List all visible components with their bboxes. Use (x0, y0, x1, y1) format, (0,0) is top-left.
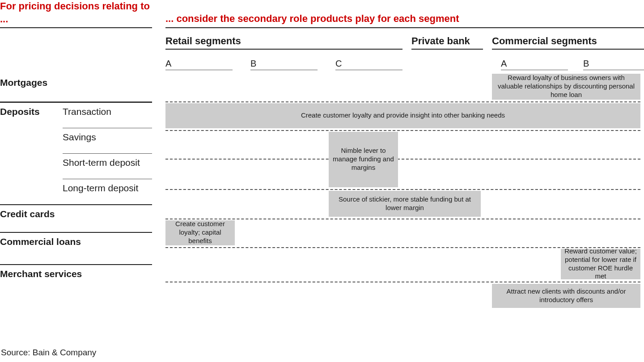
deposit-savings: Savings (63, 128, 152, 154)
callout-credit: Create customer loyalty; capital benefit… (165, 220, 235, 245)
callout-mortgages-commercial: Reward loyalty of business owners with v… (492, 74, 640, 100)
row-labels: Mortgages Deposits Transaction Savings S… (0, 74, 152, 295)
callout-merchant: Attract new clients with discounts and/o… (492, 284, 640, 308)
segment-private-title: Private bank (411, 35, 483, 50)
deposit-short: Short-term deposit (63, 154, 152, 179)
commercial-sub-b: B (583, 59, 644, 70)
product-credit: Credit cards (0, 205, 55, 232)
callout-transaction: Create customer loyalty and provide insi… (165, 103, 640, 128)
product-mortgages: Mortgages (0, 74, 63, 101)
retail-sub-c: C (335, 59, 402, 70)
sub-headers: A B C A B (165, 59, 644, 70)
retail-sub-b: B (250, 59, 318, 70)
product-merchant: Merchant services (0, 265, 82, 295)
header-row: For pricing decisions relating to ... ..… (0, 0, 644, 70)
callout-commercial-loans: Reward customer value; potential for low… (561, 249, 640, 279)
dash-line (165, 101, 640, 102)
product-deposits: Deposits (0, 103, 63, 117)
source-line: Source: Bain & Company (1, 348, 96, 358)
title-right: ... consider the secondary role products… (165, 0, 644, 27)
dash-line (165, 130, 640, 131)
deposit-long: Long-term deposit (63, 179, 152, 204)
body-area: Mortgages Deposits Transaction Savings S… (0, 74, 644, 324)
grid-area: Reward loyalty of business owners with v… (165, 74, 640, 324)
retail-sub-a: A (165, 59, 233, 70)
callout-savings-nimble: Nimble lever to manage funding and margi… (329, 132, 398, 187)
commercial-sub-a: A (501, 59, 568, 70)
segment-retail-title: Retail segments (165, 35, 402, 50)
dash-line (165, 159, 640, 160)
product-commercial-loans: Commercial loans (0, 233, 81, 264)
callout-longterm: Source of stickier, more stable funding … (329, 191, 481, 217)
segment-headers: Retail segments Private bank Commercial … (165, 35, 644, 50)
segment-commercial-title: Commercial segments (492, 35, 644, 50)
dash-line (165, 219, 640, 219)
title-left: For pricing decisions relating to ... (0, 0, 152, 27)
dash-line (165, 282, 640, 282)
dash-line (165, 189, 640, 190)
deposit-transaction: Transaction (63, 103, 152, 128)
